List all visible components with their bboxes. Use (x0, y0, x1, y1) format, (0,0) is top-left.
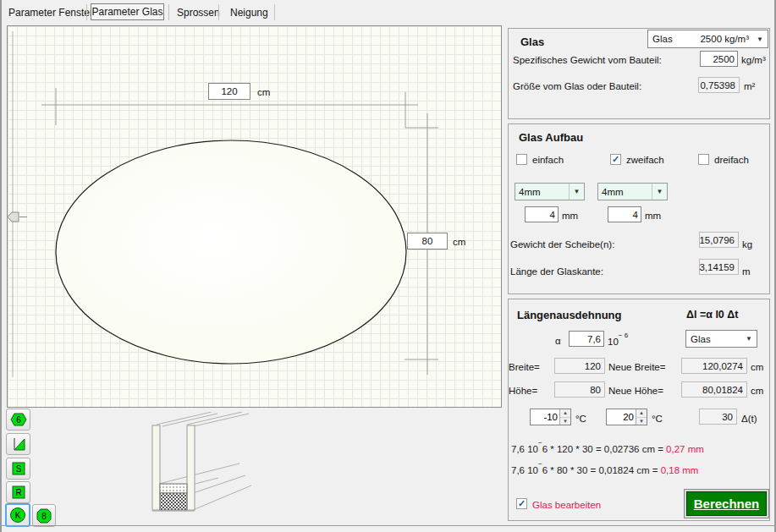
pane-weight-label: Gewicht der Scheibe(n): (510, 239, 614, 250)
svg-text:8: 8 (41, 512, 47, 521)
glas-bearbeiten-checkbox[interactable]: ✓ (516, 498, 527, 509)
expansion-material-combobox[interactable]: Glas ▼ (685, 330, 757, 348)
pane-weight-output: 15,0796 (699, 232, 739, 248)
height-input[interactable] (407, 233, 448, 250)
tool-s-button[interactable]: S (6, 458, 30, 480)
parameter-glas-window: Parameter Fenster Parameter Glas Sprosse… (0, 0, 776, 532)
chevron-down-icon[interactable]: ▼ (569, 184, 584, 200)
width-input[interactable] (208, 83, 250, 100)
temp-max-unit: °C (652, 413, 663, 425)
alpha-label: α (555, 335, 561, 347)
zweifach-checkbox[interactable]: ✓ (610, 154, 621, 165)
pane2-thickness-combobox[interactable]: 4mm ▼ (597, 183, 668, 200)
pane2-thickness-input[interactable] (608, 206, 641, 222)
pane2-thickness-value: 4mm (598, 187, 624, 197)
window-left-border (0, 0, 2, 532)
circle-k-icon: K (9, 507, 26, 524)
hoehe-unit: cm (751, 385, 763, 397)
glass-pane-right (187, 425, 195, 510)
dreifach-label: dreifach (714, 154, 749, 166)
tool-hexagon-button[interactable]: 6 (6, 409, 30, 431)
alpha-exponent-label: 10− 6 (608, 333, 628, 348)
laengenausdehnung-title: Längenausdehnung (517, 309, 622, 321)
chevron-down-icon: ▼ (746, 335, 757, 343)
glas-group-title: Glas (520, 36, 544, 48)
pane2-thickness-unit: mm (645, 210, 661, 222)
expansion-material-value: Glas (686, 334, 711, 344)
expansion-calc-width: 7,6 10−6 * 120 * 30 = 0,02736 cm = 0,27 … (511, 442, 704, 454)
delta-t-label: Δ(t) (741, 413, 757, 425)
spin-down-icon[interactable]: ▼ (560, 418, 570, 425)
dreifach-checkbox[interactable] (698, 154, 709, 165)
hoehe-label: Höhe= (509, 385, 537, 397)
pane1-thickness-input[interactable] (525, 206, 559, 222)
zweifach-label: zweifach (626, 154, 664, 166)
breite-label: Breite= (509, 361, 540, 373)
glass-pane-left (152, 425, 160, 510)
tab-divider (168, 4, 169, 20)
neue-hoehe-output: 80,01824 (681, 381, 747, 398)
glass-edge-output: 3,14159 (699, 259, 739, 275)
square-r-icon: R (10, 484, 27, 501)
svg-text:K: K (15, 511, 21, 520)
glass-ellipse[interactable] (56, 140, 406, 364)
tab-neigung[interactable]: Neigung (230, 7, 268, 19)
pane1-thickness-unit: mm (562, 210, 578, 222)
glas-bearbeiten-label: Glas bearbeiten (532, 499, 601, 511)
temp-max-spinner[interactable]: ▲ ▼ (606, 409, 647, 425)
pane-weight-unit: kg (742, 239, 752, 250)
alpha-input[interactable] (569, 331, 604, 347)
hoehe-output: 80 (554, 381, 605, 398)
einfach-checkbox[interactable] (516, 154, 527, 165)
tab-label: Parameter Glas (91, 6, 162, 18)
tool-r-button[interactable]: R (6, 481, 30, 503)
delta-t-output: 30 (699, 409, 737, 425)
square-s-icon: S (10, 460, 27, 477)
neue-breite-output: 120,0274 (681, 358, 747, 374)
specific-weight-input[interactable] (700, 51, 738, 67)
tab-parameter-glas-selected[interactable]: Parameter Glas (91, 3, 164, 20)
combo-material-name: Glas (648, 34, 673, 44)
spin-down-icon[interactable]: ▼ (636, 418, 647, 425)
spin-up-icon[interactable]: ▲ (560, 409, 570, 418)
glass-shape-drawing (8, 26, 501, 407)
glass-size-unit: m² (744, 80, 755, 92)
specific-weight-unit: kg/m³ (741, 54, 766, 66)
tool-slope-button[interactable] (6, 433, 30, 455)
glass-drawing-canvas[interactable]: cm cm (7, 25, 502, 408)
tab-parameter-fenster[interactable]: Parameter Fenster (8, 7, 93, 19)
tab-divider (86, 4, 87, 20)
pane1-thickness-combobox[interactable]: 4mm ▼ (515, 183, 585, 200)
material-density-combobox[interactable]: Glas 2500 kg/m³ ▼ (647, 30, 768, 48)
octagon-8-icon: 8 (36, 507, 52, 524)
hexagon-icon: 6 (10, 411, 27, 428)
glass-edge-label: Länge der Glaskante: (510, 266, 603, 277)
chevron-down-icon: ▼ (757, 36, 768, 43)
tab-sprossen[interactable]: Sprossen (177, 7, 220, 19)
breite-output: 120 (554, 358, 605, 374)
spacer-seal (160, 493, 187, 510)
glas-aufbau-title: Glas Aufbau (519, 131, 583, 144)
svg-text:6: 6 (16, 415, 21, 425)
svg-text:R: R (15, 488, 21, 497)
glass-size-output: 0,75398 (698, 77, 740, 93)
temp-max-input[interactable] (607, 409, 636, 425)
temp-min-spinner[interactable]: ▲ ▼ (530, 409, 571, 425)
pane1-thickness-value: 4mm (515, 187, 541, 197)
temp-min-input[interactable] (531, 409, 559, 425)
tool-octagon-button[interactable]: 8 (32, 504, 56, 527)
spin-up-icon[interactable]: ▲ (636, 409, 647, 418)
glass-size-label: Größe vom Glas oder Bauteil: (513, 80, 641, 92)
tab-divider (218, 4, 219, 20)
tool-k-button[interactable]: K (5, 503, 30, 527)
neue-hoehe-label: Neue Höhe= (608, 385, 663, 397)
specific-weight-label: Spezifisches Gewicht vom Bauteil: (513, 54, 662, 66)
glass-edge-unit: m (742, 266, 751, 277)
berechnen-button[interactable]: Berechnen (686, 491, 767, 516)
spacer-desiccant (160, 484, 187, 493)
ruler-marker-icon[interactable] (8, 212, 19, 222)
width-unit-label: cm (257, 86, 270, 98)
temp-min-unit: °C (575, 413, 586, 425)
chevron-down-icon[interactable]: ▼ (652, 184, 667, 200)
tab-divider (274, 4, 275, 20)
